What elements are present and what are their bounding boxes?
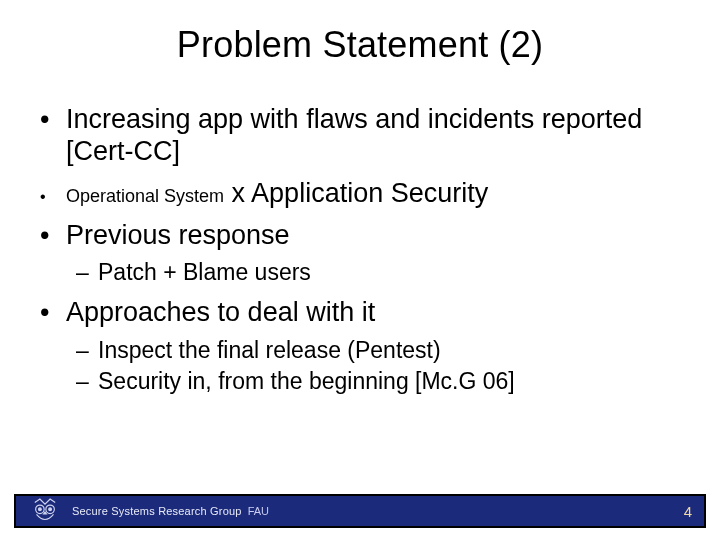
bullet-approaches: Approaches to deal with it <box>40 297 680 329</box>
svg-point-3 <box>49 508 52 511</box>
footer-group-name: Secure Systems Research Group <box>72 505 242 517</box>
slide-title: Problem Statement (2) <box>0 0 720 66</box>
slide: Problem Statement (2) Increasing app wit… <box>0 0 720 540</box>
bullet-os-vs-appsec: Operational System x Application Securit… <box>40 178 680 210</box>
slide-content: Increasing app with flaws and incidents … <box>0 66 720 396</box>
svg-point-2 <box>39 508 42 511</box>
subbullet-security-in: Security in, from the beginning [Mc.G 06… <box>76 368 680 396</box>
footer-bar: Secure Systems Research Group FAU 4 <box>14 494 706 528</box>
bullet-increasing-apps: Increasing app with flaws and incidents … <box>40 104 680 168</box>
footer-institution: FAU <box>248 505 269 517</box>
owl-icon <box>28 497 62 525</box>
bullet-appsec-large: x Application Security <box>224 178 488 208</box>
subbullet-patch-blame: Patch + Blame users <box>76 259 680 287</box>
subbullet-pentest: Inspect the final release (Pentest) <box>76 337 680 365</box>
bullet-previous-response: Previous response <box>40 220 680 252</box>
page-number: 4 <box>684 503 692 520</box>
bullet-os-small: Operational System <box>66 186 224 206</box>
